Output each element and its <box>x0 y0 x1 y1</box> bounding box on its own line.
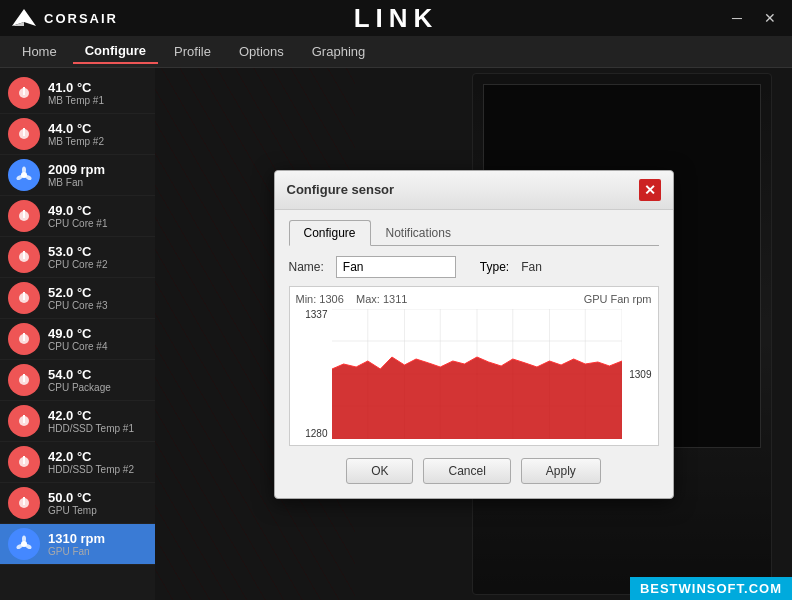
y-label-mid <box>296 368 328 379</box>
svg-rect-3 <box>23 87 25 95</box>
ok-button[interactable]: OK <box>346 458 413 484</box>
chart-plot-area <box>332 309 622 439</box>
modal-title: Configure sensor <box>287 182 395 197</box>
svg-point-7 <box>22 167 26 174</box>
modal-footer: OK Cancel Apply <box>289 458 659 484</box>
svg-rect-25 <box>23 497 25 505</box>
nav-configure[interactable]: Configure <box>73 39 158 64</box>
svg-rect-5 <box>23 128 25 136</box>
sensor-item-hdd1[interactable]: 42.0 °C HDD/SSD Temp #1 <box>0 401 155 442</box>
svg-rect-13 <box>23 251 25 259</box>
type-label: Type: <box>480 260 509 274</box>
temp-icon-6 <box>8 323 40 355</box>
modal-close-button[interactable]: ✕ <box>639 179 661 201</box>
watermark: BESTWINSOFT.COM <box>630 577 792 600</box>
modal-overlay: Configure sensor ✕ Configure Notificatio… <box>155 68 792 600</box>
temp-icon-7 <box>8 364 40 396</box>
chart-info-row: Min: 1306 Max: 1311 GPU Fan rpm <box>296 293 652 305</box>
svg-rect-19 <box>23 374 25 382</box>
app-title: LINK <box>354 3 439 34</box>
main-content: 41.0 °C MB Temp #1 44.0 °C MB Temp #2 20… <box>0 68 792 600</box>
fan-icon-1 <box>8 159 40 191</box>
sensor-item-gpu-temp[interactable]: 50.0 °C GPU Temp <box>0 483 155 524</box>
title-bar: CORSAIR LINK ─ ✕ <box>0 0 792 36</box>
modal-body: Configure Notifications Name: Type: Fan <box>275 210 673 498</box>
sensor-item-gpu-fan[interactable]: 1310 rpm GPU Fan <box>0 524 155 565</box>
sensor-sidebar: 41.0 °C MB Temp #1 44.0 °C MB Temp #2 20… <box>0 68 155 600</box>
apply-button[interactable]: Apply <box>521 458 601 484</box>
tab-configure[interactable]: Configure <box>289 220 371 246</box>
chart-wrapper: 1337 1280 <box>296 309 652 439</box>
configure-sensor-modal: Configure sensor ✕ Configure Notificatio… <box>274 170 674 499</box>
svg-rect-17 <box>23 333 25 341</box>
sensor-info-1: 41.0 °C MB Temp #1 <box>48 80 104 106</box>
temp-icon-4 <box>8 241 40 273</box>
temp-icon-1 <box>8 77 40 109</box>
temp-icon-9 <box>8 446 40 478</box>
svg-rect-23 <box>23 456 25 464</box>
sensor-item-mb-fan[interactable]: 2009 rpm MB Fan <box>0 155 155 196</box>
modal-header: Configure sensor ✕ <box>275 171 673 210</box>
sensor-item-cpu-pkg[interactable]: 54.0 °C CPU Package <box>0 360 155 401</box>
tab-notifications[interactable]: Notifications <box>371 220 466 245</box>
temp-icon-8 <box>8 405 40 437</box>
background-area: Configure sensor ✕ Configure Notificatio… <box>155 68 792 600</box>
svg-rect-11 <box>23 210 25 218</box>
window-controls: ─ ✕ <box>726 8 782 28</box>
minimize-button[interactable]: ─ <box>726 8 748 28</box>
sensor-info-2: 44.0 °C MB Temp #2 <box>48 121 104 147</box>
sensor-item-hdd2[interactable]: 42.0 °C HDD/SSD Temp #2 <box>0 442 155 483</box>
chart-container: Min: 1306 Max: 1311 GPU Fan rpm 1337 128… <box>289 286 659 446</box>
temp-icon-5 <box>8 282 40 314</box>
nav-options[interactable]: Options <box>227 40 296 63</box>
svg-point-27 <box>22 536 26 543</box>
sensor-info-fan-mb: 2009 rpm MB Fan <box>48 162 105 188</box>
svg-marker-43 <box>332 357 622 439</box>
sensor-item-cpu3[interactable]: 52.0 °C CPU Core #3 <box>0 278 155 319</box>
y-label-top: 1337 <box>296 309 328 320</box>
corsair-sail-icon <box>10 8 38 28</box>
corsair-text: CORSAIR <box>44 11 118 26</box>
sensor-item-cpu1[interactable]: 49.0 °C CPU Core #1 <box>0 196 155 237</box>
fan-icon-gpu <box>8 528 40 560</box>
nav-home[interactable]: Home <box>10 40 69 63</box>
modal-tabs: Configure Notifications <box>289 220 659 246</box>
sensor-name-input[interactable] <box>336 256 456 278</box>
sensor-item-mb-temp2[interactable]: 44.0 °C MB Temp #2 <box>0 114 155 155</box>
chart-current-value: 1309 <box>624 368 652 379</box>
temp-icon-10 <box>8 487 40 519</box>
type-value: Fan <box>521 260 542 274</box>
sensor-item-cpu4[interactable]: 49.0 °C CPU Core #4 <box>0 319 155 360</box>
temp-icon-2 <box>8 118 40 150</box>
name-type-row: Name: Type: Fan <box>289 256 659 278</box>
nav-profile[interactable]: Profile <box>162 40 223 63</box>
corsair-logo: CORSAIR <box>10 8 118 28</box>
nav-graphing[interactable]: Graphing <box>300 40 377 63</box>
svg-rect-21 <box>23 415 25 423</box>
temp-icon-3 <box>8 200 40 232</box>
y-label-bot: 1280 <box>296 428 328 439</box>
nav-bar: Home Configure Profile Options Graphing <box>0 36 792 68</box>
sensor-item-mb-temp1[interactable]: 41.0 °C MB Temp #1 <box>0 73 155 114</box>
chart-y-labels: 1337 1280 <box>296 309 332 439</box>
chart-right-info: GPU Fan rpm <box>584 293 652 305</box>
svg-rect-15 <box>23 292 25 300</box>
cancel-button[interactable]: Cancel <box>423 458 510 484</box>
sensor-item-cpu2[interactable]: 53.0 °C CPU Core #2 <box>0 237 155 278</box>
close-button[interactable]: ✕ <box>758 8 782 28</box>
name-label: Name: <box>289 260 324 274</box>
chart-svg <box>332 309 622 439</box>
chart-min-max: Min: 1306 Max: 1311 <box>296 293 408 305</box>
